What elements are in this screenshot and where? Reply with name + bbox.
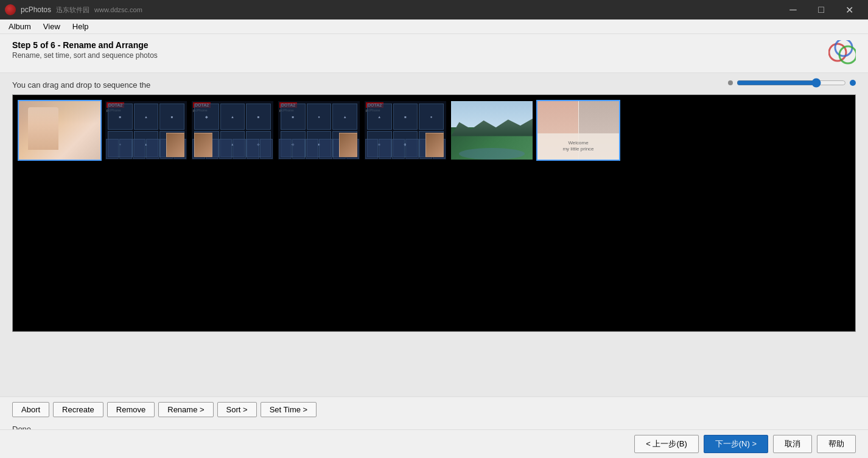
photo-thumb-7[interactable]: Welcomemy little prince — [536, 100, 620, 161]
window-controls: ─ □ ✕ — [779, 0, 863, 19]
menu-bar: Album View Help — [0, 19, 868, 34]
photo-thumb-6[interactable] — [450, 100, 534, 161]
zoom-slider-container — [728, 78, 856, 88]
cancel-button[interactable]: 取消 — [773, 435, 812, 453]
watermark-url: www.ddzsc.com — [94, 6, 142, 13]
title-bar: pcPhotos 迅东软件园 www.ddzsc.com ─ □ ✕ — [0, 0, 868, 19]
content-area: You can drag and drop to sequence the DO… — [0, 73, 868, 396]
app-name: pcPhotos — [21, 5, 51, 14]
header-section: Step 5 of 6 - Rename and Arrange Rename,… — [0, 34, 868, 73]
header-text: Step 5 of 6 - Rename and Arrange Rename,… — [12, 40, 158, 60]
sort-button[interactable]: Sort > — [217, 402, 257, 417]
photo-thumb-2[interactable]: DOTA2 pcPhone ■ ▲ ■ ● ▲ ■ — [104, 100, 188, 161]
zoom-max-icon — [850, 80, 856, 86]
action-toolbar: Abort Recreate Remove Rename > Sort > Se… — [0, 396, 868, 422]
rename-button[interactable]: Rename > — [158, 402, 213, 417]
minimize-button[interactable]: ─ — [779, 0, 807, 19]
recreate-button[interactable]: Recreate — [53, 402, 103, 417]
step-subtitle: Rename, set time, sort and sequence phot… — [12, 51, 158, 60]
zoom-min-icon — [728, 80, 733, 85]
app-icon — [5, 4, 16, 15]
header-logo — [828, 40, 856, 66]
photo-thumb-1[interactable] — [18, 100, 102, 161]
zoom-slider[interactable] — [737, 78, 846, 88]
remove-button[interactable]: Remove — [107, 402, 155, 417]
back-button[interactable]: < 上一步(B) — [634, 435, 699, 453]
title-bar-left: pcPhotos 迅东软件园 www.ddzsc.com — [5, 4, 142, 15]
footer-buttons: < 上一步(B) 下一步(N) > 取消 帮助 — [0, 429, 868, 458]
set-time-button[interactable]: Set Time > — [261, 402, 317, 417]
photo-thumb-5[interactable]: DOTA2 pcPhone ▲ ■ ● ■ ◆ ▲ — [363, 100, 447, 161]
menu-album[interactable]: Album — [2, 21, 37, 32]
photo-thumb-4[interactable]: DOTA2 pcPhone ■ ● ▲ ◆ ■ ● — [277, 100, 361, 161]
logo-icon — [828, 40, 856, 65]
maximize-button[interactable]: □ — [807, 0, 835, 19]
menu-view[interactable]: View — [37, 21, 66, 32]
help-button[interactable]: 帮助 — [817, 435, 856, 453]
menu-help[interactable]: Help — [66, 21, 95, 32]
watermark-text: 迅东软件园 — [56, 5, 89, 15]
app-window: pcPhotos 迅东软件园 www.ddzsc.com ─ □ ✕ Album… — [0, 0, 868, 458]
abort-button[interactable]: Abort — [12, 402, 49, 417]
photo-grid: DOTA2 pcPhone ■ ▲ ■ ● ▲ ■ — [12, 94, 856, 332]
next-button[interactable]: 下一步(N) > — [704, 435, 768, 453]
photo-thumb-3[interactable]: DOTA2 pcPhone ◆ ▲ ■ ● ▲ ◆ — [191, 100, 275, 161]
step-title: Step 5 of 6 - Rename and Arrange — [12, 40, 158, 50]
close-button[interactable]: ✕ — [835, 0, 863, 19]
